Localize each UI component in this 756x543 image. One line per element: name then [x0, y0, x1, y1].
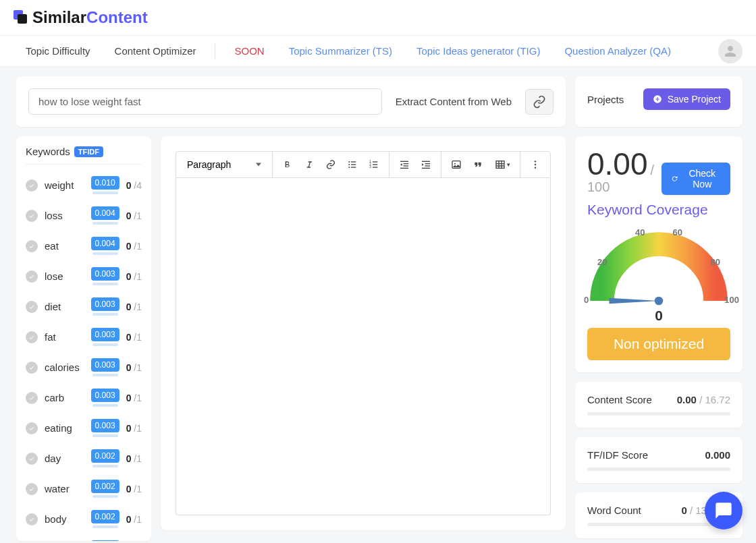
- outdent-button[interactable]: [394, 152, 415, 177]
- keyword-row[interactable]: carb 0.003 0 /1: [26, 382, 142, 413]
- link-button[interactable]: [320, 152, 342, 177]
- chat-bubble[interactable]: [705, 492, 742, 530]
- keyword-bar: [92, 374, 118, 376]
- keyword-count: 0 /1: [126, 514, 142, 525]
- keyword-row[interactable]: eating 0.003 0 /1: [26, 413, 142, 443]
- nav-soon: SOON: [222, 36, 276, 66]
- keyword-bar: [92, 313, 118, 316]
- svg-point-27: [535, 161, 536, 162]
- keyword-score: 0.003: [91, 419, 119, 432]
- more-vertical-icon: [530, 159, 541, 170]
- number-list-button[interactable]: 123: [363, 152, 385, 177]
- keyword-row[interactable]: lose 0.003 0 /1: [26, 261, 142, 291]
- content-score-bar: [587, 412, 730, 416]
- keyword-row[interactable]: eat 0.004 0 /1: [26, 231, 142, 261]
- keyword-row[interactable]: loss 0.004 0 /1: [26, 200, 142, 231]
- svg-point-28: [535, 164, 536, 165]
- avatar[interactable]: [718, 39, 742, 63]
- search-card: Extract Content from Web: [16, 76, 566, 127]
- bullet-list-button[interactable]: [342, 152, 363, 177]
- keyword-name: eat: [45, 240, 84, 252]
- bold-button[interactable]: [277, 152, 298, 177]
- keyword-score: 0.002: [91, 480, 119, 493]
- search-input[interactable]: [28, 88, 382, 115]
- quote-button[interactable]: [467, 152, 489, 177]
- keyword-count: 0 /1: [126, 484, 142, 494]
- keyword-row[interactable]: fat 0.003 0 /1: [26, 322, 142, 352]
- keyword-score: 0.002: [91, 510, 119, 523]
- check-now-label: Check Now: [684, 168, 722, 190]
- more-button[interactable]: [524, 152, 546, 177]
- tfidf-score-value: 0.000: [705, 449, 730, 461]
- keyword-name: calories: [45, 362, 84, 373]
- table-button[interactable]: ▾: [489, 152, 516, 177]
- table-icon: [495, 159, 506, 170]
- coverage-card: 0.00/ 100 Check Now Keyword Coverage: [575, 136, 742, 372]
- nav-topic-ideas[interactable]: Topic Ideas generator (TIG): [404, 36, 552, 66]
- projects-label: Projects: [587, 94, 624, 105]
- keyword-name: weight: [45, 179, 84, 191]
- keyword-score: 0.002: [91, 449, 119, 463]
- svg-rect-16: [422, 161, 430, 162]
- keyword-bar: [92, 525, 118, 528]
- keyword-count: 0 /4: [126, 180, 142, 191]
- keyword-name: eating: [45, 422, 84, 434]
- keyword-row[interactable]: body 0.002 0 /1: [26, 504, 142, 534]
- optimization-status: Non optimized: [587, 328, 730, 360]
- keyword-name: diet: [45, 301, 84, 312]
- svg-rect-5: [351, 167, 356, 167]
- svg-rect-12: [400, 161, 408, 162]
- bullet-list-icon: [347, 159, 358, 170]
- check-icon: [26, 483, 38, 495]
- quote-icon: [473, 159, 483, 170]
- svg-rect-4: [351, 164, 356, 165]
- extract-link-button[interactable]: [525, 89, 554, 115]
- check-icon: [26, 453, 38, 465]
- svg-rect-9: [373, 161, 377, 162]
- svg-point-2: [348, 167, 350, 168]
- coverage-score: 0.00: [587, 146, 648, 181]
- keyword-count: 0 /1: [126, 362, 142, 373]
- save-project-button[interactable]: Save Project: [643, 88, 730, 110]
- user-icon: [722, 43, 738, 59]
- bold-icon: [282, 159, 293, 170]
- format-select[interactable]: Paragraph: [180, 159, 268, 170]
- logo[interactable]: Similar Content: [14, 8, 148, 27]
- content-score-denom: / 16.72: [699, 394, 730, 405]
- logo-text-1: Similar: [32, 8, 86, 27]
- svg-text:3: 3: [369, 165, 371, 169]
- save-project-label: Save Project: [668, 94, 721, 105]
- svg-point-29: [535, 167, 536, 168]
- keyword-score: 0.003: [91, 297, 119, 311]
- keyword-row[interactable]: day 0.002 0 /1: [26, 443, 142, 474]
- keyword-count: 0 /1: [126, 210, 142, 221]
- indent-button[interactable]: [415, 152, 437, 177]
- gauge-tick-60: 60: [673, 227, 682, 237]
- keyword-count: 0 /1: [126, 453, 142, 464]
- keyword-count: 0 /1: [126, 241, 142, 252]
- nav-content-optimizer[interactable]: Content Optimizer: [103, 36, 209, 66]
- keyword-row[interactable]: weight 0.010 0 /4: [26, 170, 142, 200]
- keyword-row[interactable]: food 0.002 0 /1: [26, 534, 142, 541]
- keyword-name: body: [45, 513, 84, 525]
- keyword-bar: [92, 434, 118, 437]
- keyword-score: 0.004: [91, 206, 119, 220]
- editor-area[interactable]: [176, 178, 551, 515]
- keyword-row[interactable]: water 0.002 0 /1: [26, 474, 142, 504]
- keyword-row[interactable]: calories 0.003 0 /1: [26, 352, 142, 382]
- svg-rect-3: [351, 161, 356, 162]
- keywords-list: weight 0.010 0 /4 loss 0.004 0 /1 eat 0.…: [26, 170, 142, 541]
- image-icon: [451, 159, 462, 170]
- keyword-row[interactable]: diet 0.003 0 /1: [26, 291, 142, 322]
- nav-divider: [215, 43, 215, 59]
- svg-rect-13: [404, 163, 408, 164]
- keyword-count: 0 /1: [126, 271, 142, 282]
- keyword-bar: [92, 252, 118, 255]
- nav-topic-difficulty[interactable]: Topic Difficulty: [14, 36, 103, 66]
- italic-button[interactable]: [298, 152, 320, 177]
- nav-topic-summarizer[interactable]: Topic Summarizer (TS): [277, 36, 404, 66]
- check-now-button[interactable]: Check Now: [662, 163, 730, 195]
- nav-question-analyzer[interactable]: Question Analyzer (QA): [552, 36, 683, 66]
- image-button[interactable]: [446, 152, 467, 177]
- keyword-name: water: [45, 483, 84, 494]
